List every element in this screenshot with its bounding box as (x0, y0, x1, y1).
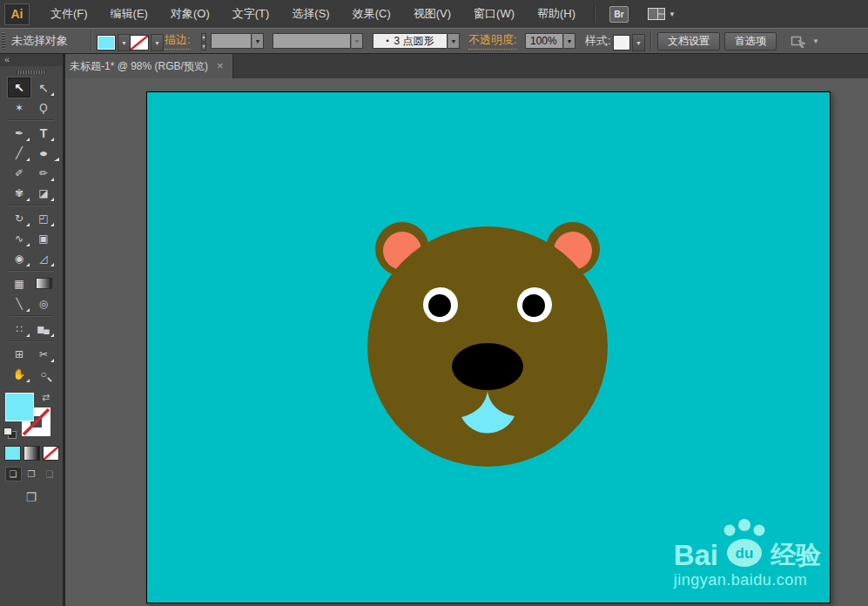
pen-tool[interactable]: ✒ (8, 123, 30, 143)
document-tab[interactable]: 未标题-1* @ 98% (RGB/预览) × (59, 54, 233, 78)
brush-definition-dropdown[interactable]: • 3 点圆形 ▼ (373, 33, 460, 49)
selection-tool[interactable]: ↖ (8, 77, 30, 98)
eraser-tool[interactable]: ◪ (32, 183, 55, 203)
chevron-down-icon[interactable]: ▼ (151, 34, 164, 51)
free-transform-tool[interactable]: ▣ (32, 228, 55, 248)
change-screen-mode-button[interactable]: ❐ (20, 490, 43, 504)
ellipse-tool[interactable]: ● (27, 143, 61, 163)
default-fill-stroke-icon[interactable] (3, 428, 17, 439)
bear-left-pupil[interactable] (428, 294, 451, 317)
mesh-tool[interactable]: ▦ (8, 273, 30, 293)
menu-view[interactable]: 视图(V) (402, 0, 462, 28)
rotate-tool[interactable]: ↻ (8, 208, 30, 228)
baidu-jingyan-watermark: Bai du 经验 jingyan.baidu.com (674, 519, 821, 589)
menu-edit[interactable]: 编辑(E) (99, 0, 159, 28)
menu-type[interactable]: 文字(T) (221, 0, 281, 28)
baidu-paw-icon: du (721, 519, 768, 569)
menu-file[interactable]: 文件(F) (39, 0, 99, 28)
graphic-style-dropdown[interactable]: ▼ (613, 34, 645, 51)
fill-color-dropdown[interactable]: ▼ (97, 34, 131, 51)
color-fill-button[interactable] (4, 446, 21, 461)
menu-window[interactable]: 窗口(W) (462, 0, 526, 28)
app-logo: Ai (4, 3, 30, 25)
select-similar-objects-button[interactable]: ▼ (791, 35, 819, 48)
bear-nose[interactable] (452, 343, 523, 390)
artboard-tool[interactable]: ⊞ (8, 344, 30, 364)
gradient-tool[interactable] (32, 273, 55, 293)
close-icon[interactable]: × (217, 61, 224, 71)
artboard[interactable]: Bai du 经验 jingyan.baidu.com (146, 91, 831, 603)
opacity-dropdown[interactable]: 100% ▼ (525, 33, 575, 49)
zoom-tool[interactable]: ○ (32, 364, 55, 384)
blend-tool[interactable]: ◎ (32, 293, 55, 313)
symbol-sprayer-tool[interactable]: ∷ (8, 319, 30, 339)
chevron-down-icon[interactable]: ▼ (447, 33, 460, 49)
draw-behind-mode[interactable]: ❐ (24, 467, 40, 481)
menu-object[interactable]: 对象(O) (159, 0, 221, 28)
menu-select[interactable]: 选择(S) (280, 0, 340, 28)
type-tool[interactable]: T (32, 123, 55, 143)
hand-tool[interactable]: ✋ (8, 364, 30, 384)
drawing-mode-buttons: ❏❐❑ (0, 467, 63, 481)
stroke-weight-field[interactable] (211, 33, 252, 49)
watermark-bai-text: Bai (674, 543, 718, 568)
perspective-grid-tool[interactable]: ◿ (32, 248, 55, 268)
lasso-tool[interactable]: Ϙ (32, 98, 55, 118)
main-menu: 文件(F)编辑(E)对象(O)文字(T)选择(S)效果(C)视图(V)窗口(W)… (39, 0, 587, 28)
pencil-tool[interactable]: ✏ (32, 163, 55, 183)
preferences-button[interactable]: 首选项 (724, 32, 777, 50)
column-graph-tool[interactable]: ▆▄ (32, 319, 55, 339)
variable-width-profile-dropdown[interactable]: ▼ (273, 33, 363, 49)
fill-indicator[interactable] (5, 393, 34, 421)
menu-effect[interactable]: 效果(C) (341, 0, 402, 28)
swap-fill-stroke-icon[interactable]: ⇄ (42, 392, 50, 403)
panel-grip-handle[interactable] (2, 32, 5, 50)
watermark-du-text: du (736, 545, 754, 562)
scale-tool[interactable]: ◰ (32, 208, 55, 228)
pasteboard[interactable]: Bai du 经验 jingyan.baidu.com (63, 78, 868, 606)
step-down-icon[interactable]: ▼ (201, 43, 207, 51)
magic-wand-tool[interactable]: ✶ (8, 98, 30, 118)
chevron-down-icon: ▼ (351, 33, 363, 49)
stroke-none-swatch[interactable] (130, 35, 149, 50)
panel-drag-handle[interactable] (17, 71, 46, 74)
workspace-layout-icon (648, 8, 665, 20)
bridge-button[interactable]: Br (609, 6, 629, 23)
paintbrush-tool[interactable]: ✐ (8, 163, 30, 183)
width-tool[interactable]: ∿ (8, 228, 30, 248)
step-up-icon[interactable]: ▲ (201, 33, 207, 42)
eyedropper-tool[interactable]: ╲ (8, 293, 30, 313)
chevron-down-icon[interactable]: ▼ (812, 37, 819, 45)
chevron-down-icon[interactable]: ▼ (632, 34, 645, 51)
chevron-down-icon[interactable]: ▼ (252, 33, 264, 49)
menu-help[interactable]: 帮助(H) (526, 0, 587, 28)
chevron-down-icon[interactable]: ▼ (563, 33, 575, 49)
stroke-weight-stepper[interactable]: ▲ ▼ (198, 33, 209, 50)
chevron-down-icon[interactable]: ▼ (118, 34, 131, 51)
shape-builder-tool[interactable]: ◉ (8, 248, 30, 268)
fill-color-swatch[interactable] (97, 35, 116, 50)
bear-right-pupil[interactable] (522, 294, 545, 317)
slice-tool[interactable]: ✂ (32, 344, 55, 364)
document-tab-bar: 未标题-1* @ 98% (RGB/预览) × (0, 54, 868, 78)
none-fill-button[interactable] (43, 446, 59, 461)
stroke-color-dropdown[interactable]: ▼ (130, 34, 164, 51)
tool-group-separator (9, 340, 54, 342)
draw-inside-mode[interactable]: ❑ (42, 467, 58, 481)
direct-selection-tool[interactable]: ↖ (32, 77, 55, 98)
stroke-panel-link[interactable]: 描边: (165, 32, 191, 50)
blob-brush-tool[interactable]: ✾ (8, 183, 30, 203)
opacity-value[interactable]: 100% (525, 33, 563, 49)
workspace-switcher-button[interactable]: ▼ (648, 8, 676, 20)
brush-definition-field[interactable]: • 3 点圆形 (373, 33, 447, 49)
collapse-panel-button[interactable]: « (0, 54, 63, 66)
gradient-fill-button[interactable] (24, 446, 40, 461)
draw-normal-mode[interactable]: ❏ (5, 467, 22, 481)
document-setup-button[interactable]: 文档设置 (657, 32, 720, 50)
stroke-weight-dropdown[interactable]: ▼ (211, 33, 264, 49)
color-type-buttons (0, 446, 63, 461)
width-profile-field[interactable] (273, 33, 351, 49)
graphic-style-swatch[interactable] (613, 35, 630, 50)
tools-panel: « ↖↖✶Ϙ✒T╱●✐✏✾◪↻◰∿▣◉◿▦╲◎∷▆▄⊞✂✋○ ⇄ (0, 54, 65, 606)
opacity-panel-link[interactable]: 不透明度: (468, 32, 517, 50)
